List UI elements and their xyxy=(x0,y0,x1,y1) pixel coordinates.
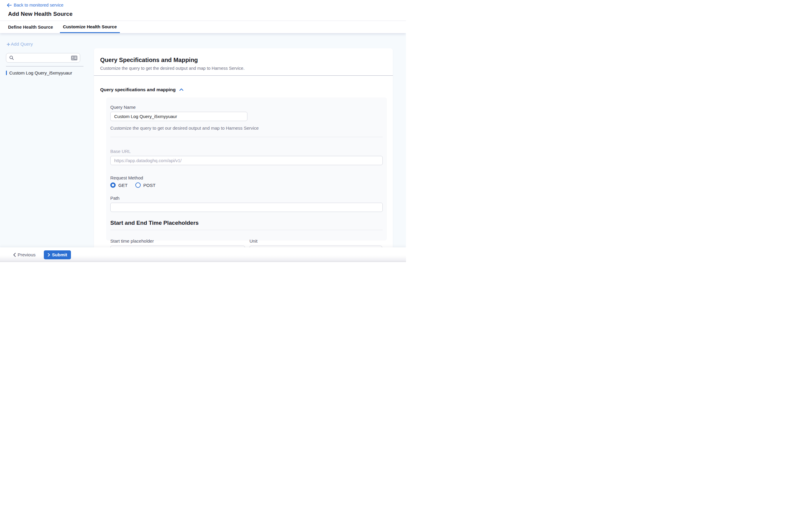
plus-icon: + xyxy=(6,42,10,47)
start-time-column: Start time placeholder xyxy=(110,239,245,247)
request-method-label: Request Method xyxy=(110,175,383,180)
time-placeholders-divider xyxy=(110,230,383,230)
radio-post-label: POST xyxy=(143,183,156,188)
panel-subtitle: Customize the query to get the desired o… xyxy=(100,66,387,71)
panel-divider xyxy=(94,76,393,76)
section-header: Query specifications and mapping xyxy=(100,87,387,93)
footer-bar: Previous Submit xyxy=(0,247,406,262)
page-header: Back to monitored service Add New Health… xyxy=(0,0,406,20)
query-name-input[interactable] xyxy=(110,112,247,121)
app-root: Back to monitored service Add New Health… xyxy=(0,0,406,262)
radio-get-label: GET xyxy=(118,183,128,188)
add-query-button[interactable]: + Add Query xyxy=(6,42,33,47)
query-list-item[interactable]: Custom Log Query_i5xmyyuaur xyxy=(6,70,91,76)
radio-get-selected-icon xyxy=(110,182,116,188)
panel-title: Query Specifications and Mapping xyxy=(100,56,387,64)
submit-button-label: Submit xyxy=(52,252,67,257)
section-title: Query specifications and mapping xyxy=(100,87,176,93)
time-placeholder-row: Start time placeholder Unit Seconds xyxy=(110,239,383,247)
selected-query-indicator xyxy=(6,71,7,75)
id-card-icon[interactable] xyxy=(71,55,78,61)
sidebar-divider xyxy=(6,66,83,66)
back-link-label: Back to monitored service xyxy=(14,3,64,7)
page-title: Add New Health Source xyxy=(8,11,72,17)
collapse-section-button[interactable] xyxy=(179,88,184,91)
base-url-input[interactable] xyxy=(110,156,383,165)
add-query-label: Add Query xyxy=(11,42,33,47)
radio-post-icon xyxy=(135,182,141,188)
submit-button[interactable]: Submit xyxy=(44,250,71,259)
unit-column: Unit Seconds xyxy=(249,239,382,247)
query-search-box xyxy=(6,53,80,63)
tab-customize-health-source[interactable]: Customize Health Source xyxy=(60,21,120,33)
chevron-up-icon xyxy=(179,88,184,91)
tab-bar: Define Health Source Customize Health So… xyxy=(0,20,406,33)
tab-define-health-source[interactable]: Define Health Source xyxy=(8,21,53,33)
back-link[interactable]: Back to monitored service xyxy=(6,3,64,7)
query-item-label: Custom Log Query_i5xmyyuaur xyxy=(9,70,72,76)
path-input[interactable] xyxy=(110,203,383,212)
search-icon xyxy=(9,55,14,60)
unit-label: Unit xyxy=(249,239,382,244)
path-label: Path xyxy=(110,196,383,201)
time-placeholders-title: Start and End Time Placeholders xyxy=(110,220,383,226)
radio-option-post[interactable]: POST xyxy=(135,182,156,188)
back-arrow-icon xyxy=(6,3,12,7)
request-method-group: GET POST xyxy=(110,182,383,188)
radio-option-get[interactable]: GET xyxy=(110,182,128,188)
sidebar: + Add Query Custom Log Query_i5xmyyuaur xyxy=(0,33,94,247)
query-mapping-card: Query Name Customize the query to get ou… xyxy=(106,97,387,241)
chevron-left-icon xyxy=(13,253,16,257)
start-time-label: Start time placeholder xyxy=(110,239,245,244)
previous-button[interactable]: Previous xyxy=(13,252,35,258)
query-name-label: Query Name xyxy=(110,104,383,110)
search-input[interactable] xyxy=(16,55,69,60)
chevron-right-icon xyxy=(48,253,50,257)
query-specifications-panel: Query Specifications and Mapping Customi… xyxy=(94,48,393,247)
query-name-help: Customize the query to get our desired o… xyxy=(110,126,383,131)
base-url-label: Base URL xyxy=(110,149,383,154)
previous-button-label: Previous xyxy=(18,252,35,258)
